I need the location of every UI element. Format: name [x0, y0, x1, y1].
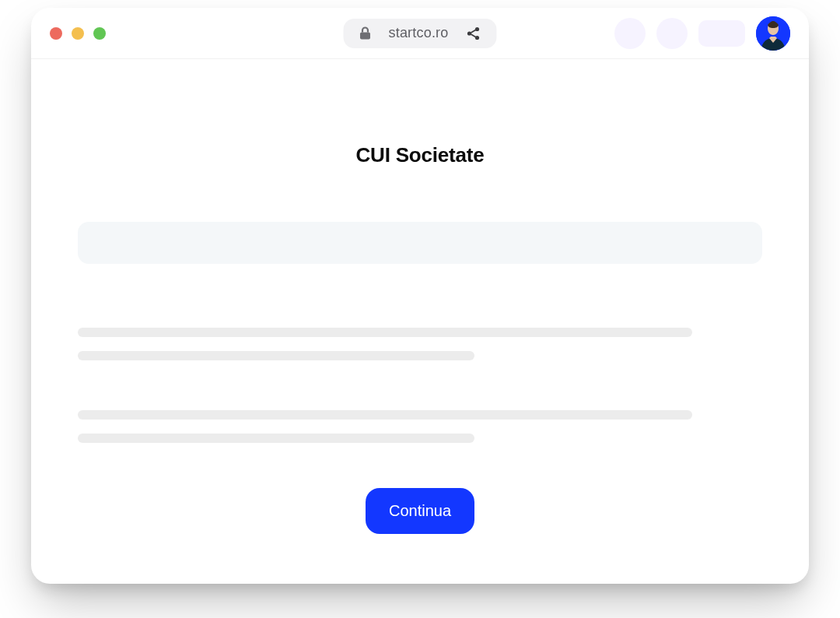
main-content: CUI Societate Continua: [31, 59, 809, 584]
window-controls: [50, 27, 106, 40]
url-text: startco.ro: [388, 25, 448, 41]
continue-button[interactable]: Continua: [366, 488, 474, 534]
maximize-window-button[interactable]: [93, 27, 106, 40]
svg-rect-0: [360, 32, 370, 39]
header-placeholder-button-1[interactable]: [614, 18, 646, 49]
skeleton-line: [78, 351, 474, 360]
browser-window: startco.ro: [31, 8, 809, 584]
svg-line-5: [471, 34, 476, 37]
lock-icon: [359, 26, 371, 40]
description-skeleton: [78, 328, 762, 443]
skeleton-line: [78, 434, 474, 443]
skeleton-paragraph-2: [78, 410, 762, 443]
header-placeholder-button-2[interactable]: [656, 18, 688, 49]
avatar[interactable]: [756, 16, 790, 51]
share-icon[interactable]: [466, 26, 481, 41]
close-window-button[interactable]: [50, 27, 62, 40]
minimize-window-button[interactable]: [72, 27, 84, 40]
page-title: CUI Societate: [355, 143, 484, 167]
header-placeholder-pill[interactable]: [698, 20, 745, 47]
address-bar-cluster: startco.ro: [343, 19, 496, 48]
skeleton-line: [78, 328, 692, 337]
header-right-cluster: [614, 16, 790, 51]
skeleton-paragraph-1: [78, 328, 762, 360]
address-bar[interactable]: startco.ro: [343, 19, 496, 48]
skeleton-line: [78, 410, 692, 420]
titlebar: startco.ro: [31, 8, 809, 59]
svg-line-4: [471, 30, 476, 33]
cui-input[interactable]: [78, 222, 762, 264]
